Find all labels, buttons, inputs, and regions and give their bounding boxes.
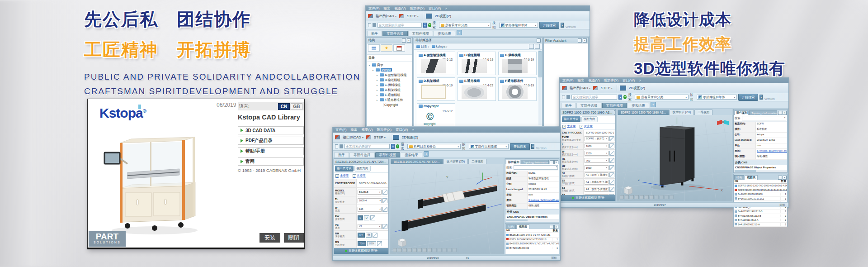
app-tab[interactable]: 助手 xyxy=(334,152,349,157)
edit-icon[interactable] xyxy=(609,165,614,170)
export-cad-button[interactable]: 输出到CAD xyxy=(374,13,398,19)
tech-detail-tab[interactable]: 技术细节 (2D) xyxy=(443,159,468,164)
catalog-tile[interactable]: E.通用模组 19-4-22 xyxy=(458,77,496,101)
value-field[interactable]: BSZ5LB xyxy=(358,190,382,195)
breadcrumb-root[interactable]: 目录 xyxy=(416,44,429,49)
bom-row[interactable]: BSZ5LB10094240V1NYT20I181S1 xyxy=(505,238,559,242)
menu-item[interactable]: ? xyxy=(639,79,641,83)
part-id-tab[interactable]: 部件鉴别 xyxy=(734,110,749,115)
app-tab[interactable]: 助手 xyxy=(367,31,382,36)
recalculate-3d-button[interactable]: 重新计算3D模型 开/关 xyxy=(334,248,388,254)
part-id-tab[interactable]: 部件鉴别 xyxy=(506,160,520,164)
tree-item[interactable]: F.通用标准件 xyxy=(367,97,412,102)
value-field[interactable]: A3：双开门-玻璃亚克 xyxy=(585,187,609,192)
expander-icon[interactable] xyxy=(377,74,379,76)
tree-item[interactable]: B.输送模组 xyxy=(367,77,412,82)
step-button[interactable]: STEP xyxy=(373,135,387,140)
expander-icon[interactable] xyxy=(369,64,371,67)
detail-search-select[interactable] xyxy=(514,165,558,170)
start-search-dropdown[interactable] xyxy=(760,95,763,100)
edit-icon[interactable] xyxy=(382,207,387,212)
view-table-tab[interactable]: 视图表 xyxy=(516,224,529,229)
view-direction-button[interactable]: 视图方向 xyxy=(354,166,371,172)
menu-item[interactable]: ? xyxy=(412,128,414,132)
view-table-tab[interactable]: 视图表 xyxy=(745,175,758,180)
horizontal-scrollbar[interactable] xyxy=(505,219,559,222)
close-icon[interactable]: ✕ xyxy=(554,160,558,164)
secondary-variables-checkbox[interactable]: 次变量 xyxy=(353,174,366,178)
value-field[interactable]: 1600 xyxy=(585,143,609,148)
secondary-variables-checkbox[interactable]: 次变量 xyxy=(580,124,593,129)
search-history-dropdown[interactable] xyxy=(618,95,622,100)
scrollbar-thumb[interactable] xyxy=(538,51,542,77)
sort-button[interactable] xyxy=(529,44,534,49)
expander-icon[interactable] xyxy=(377,84,379,86)
catalog-tile[interactable]: C.供料模组 19-6-19 xyxy=(498,52,537,75)
favorites-star-icon[interactable]: ★ xyxy=(381,44,392,52)
tree-item[interactable]: 目录 xyxy=(367,62,412,67)
detail-search-select[interactable] xyxy=(742,116,786,120)
edit-icon[interactable] xyxy=(382,198,387,203)
value-field[interactable]: BSZ5LB-1009-240-S-V1-N xyxy=(358,181,387,186)
value-field[interactable]: A3：双开门-玻璃亚克 xyxy=(585,172,609,177)
expander-icon[interactable] xyxy=(377,79,379,81)
start-search-button[interactable]: 开始搜索 xyxy=(539,22,559,29)
start-search-button[interactable]: 开始搜索 xyxy=(510,143,530,150)
value-field[interactable]: V1 xyxy=(358,224,382,229)
tree-item[interactable]: E.通用模组 xyxy=(367,92,412,97)
2d-derivation-tab[interactable]: 二维视图 xyxy=(468,159,486,164)
close-icon[interactable]: ✕ xyxy=(554,225,558,229)
bom-row[interactable]: B=T20I181240-021 xyxy=(505,246,559,251)
bom-row[interactable]: B=16001200C1C1C1C11 xyxy=(734,197,787,201)
binocular-icon[interactable] xyxy=(566,95,570,99)
structure-tab[interactable]: 结构 xyxy=(506,224,516,229)
menu-item[interactable]: 窗口(W) xyxy=(396,128,408,132)
close-icon[interactable]: ✕ xyxy=(783,176,787,180)
menu-item[interactable]: 输出 xyxy=(384,6,391,11)
maximize-icon[interactable] xyxy=(550,225,554,229)
language-cn-button[interactable]: CN xyxy=(278,103,290,110)
maximize-icon[interactable] xyxy=(402,38,406,43)
topology-tab[interactable]: Topology Information xyxy=(749,110,777,115)
maximize-icon[interactable] xyxy=(778,111,782,115)
add-tab-button[interactable]: + xyxy=(651,102,656,107)
edit-icon[interactable] xyxy=(377,241,382,246)
bom-row[interactable]: B=BSZ5LB10094240'V1','V2','V3','V4','V5'… xyxy=(505,242,559,246)
catalog-tile[interactable]: A.微型输送模组 19-6-13 xyxy=(417,52,455,75)
value-field[interactable]: SDFR2-1600-1200-760-19 xyxy=(585,130,614,135)
app-tab[interactable]: 零部件选择 xyxy=(349,152,375,157)
viewport-3d[interactable]: X Z xyxy=(617,115,732,201)
maximize-icon[interactable] xyxy=(537,38,541,43)
filter-toggle-icon[interactable] xyxy=(562,95,565,99)
language-gb-button[interactable]: GB xyxy=(291,103,302,110)
menu-item[interactable]: ? xyxy=(445,7,447,11)
view-direction-button[interactable]: 视图方向 xyxy=(581,116,598,122)
search-scope-select[interactable]: 所有目录和分类 xyxy=(407,144,461,149)
menu-item[interactable]: 附加件(X) xyxy=(377,128,392,132)
app-tab[interactable]: 零部件选择 xyxy=(382,31,408,36)
tree-item[interactable]: Copyright xyxy=(367,102,412,107)
edit-icon[interactable] xyxy=(609,136,614,141)
menu-item[interactable]: 窗口(W) xyxy=(623,78,635,83)
recalculate-3d-button[interactable]: 重新计算3D模型 开/关 xyxy=(561,195,615,201)
close-icon[interactable]: ✕ xyxy=(583,38,587,43)
binocular-icon[interactable] xyxy=(373,23,376,27)
menu-item[interactable]: 文件(F) xyxy=(335,128,347,132)
edit-icon[interactable] xyxy=(609,143,614,148)
maximize-icon[interactable] xyxy=(388,160,388,164)
fulltext-search-input[interactable] xyxy=(571,95,617,100)
start-search-dropdown[interactable] xyxy=(561,23,564,28)
close-icon[interactable]: ✕ xyxy=(407,38,411,43)
breadcrumb-kstopa[interactable]: kstopa xyxy=(432,45,448,48)
edit-icon[interactable] xyxy=(382,224,387,229)
app-tab[interactable]: 搜索结果 xyxy=(434,31,455,36)
toggle-option[interactable]: S20I xyxy=(367,241,376,246)
search-history-dropdown[interactable] xyxy=(391,144,395,149)
dimension-table-button[interactable]: 输出尺寸表 xyxy=(562,116,580,122)
dimension-table-button[interactable]: 输出尺寸表 xyxy=(335,166,354,172)
step-button[interactable]: STEP xyxy=(599,86,614,91)
menu-item[interactable]: 视图(V) xyxy=(362,128,373,132)
expander-icon[interactable] xyxy=(377,94,379,96)
value-field[interactable]: 1009.4 xyxy=(358,198,382,203)
start-search-button[interactable]: 开始搜索 xyxy=(738,94,758,101)
